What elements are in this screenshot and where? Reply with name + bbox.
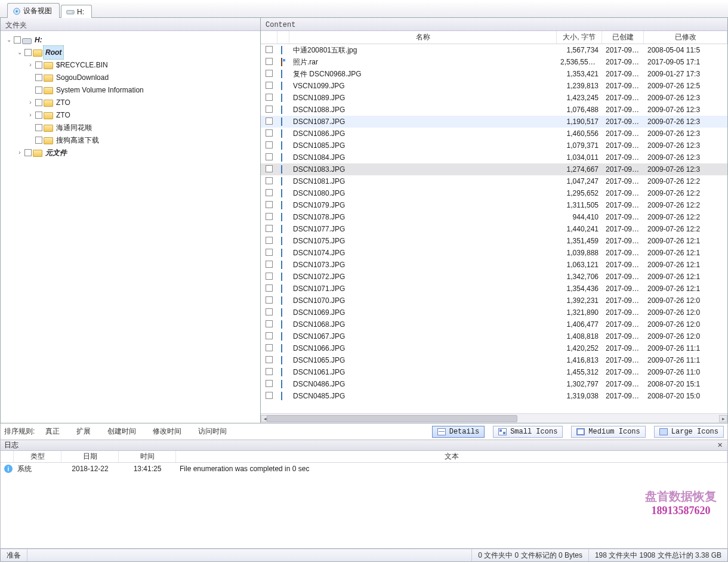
tree-checkbox[interactable] bbox=[24, 149, 32, 156]
row-checkbox[interactable] bbox=[266, 189, 273, 196]
file-row[interactable]: DSCN0486.JPG1,302,7972017-09-...2008-07-… bbox=[261, 378, 727, 390]
col-name[interactable]: 名称 bbox=[289, 31, 557, 44]
row-checkbox[interactable] bbox=[266, 308, 273, 315]
tree-checkbox[interactable] bbox=[35, 137, 42, 144]
view-details-button[interactable]: Details bbox=[432, 426, 485, 438]
file-row[interactable]: DSCN1084.JPG1,034,0112017-09-...2009-07-… bbox=[261, 151, 727, 163]
sort-button[interactable]: 访问时间 bbox=[196, 426, 229, 437]
file-grid-header[interactable]: 名称 大小, 字节 已创建 已修改 bbox=[261, 31, 727, 44]
file-row[interactable]: DSCN1075.JPG1,351,4592017-09-...2009-07-… bbox=[261, 235, 727, 247]
file-row[interactable]: DSCN0485.JPG1,319,0382017-09-...2008-07-… bbox=[261, 390, 727, 402]
tree-root-label[interactable]: Root bbox=[44, 46, 63, 59]
tree-checkbox[interactable] bbox=[35, 124, 42, 131]
row-checkbox[interactable] bbox=[266, 320, 273, 327]
folder-tree[interactable]: ⌄ H: ⌄ Root bbox=[1, 31, 260, 423]
sort-button[interactable]: 真正 bbox=[43, 426, 62, 437]
log-header[interactable]: 类型 日期 时间 文本 bbox=[1, 451, 727, 463]
row-checkbox[interactable] bbox=[266, 141, 273, 149]
file-row[interactable]: DSCN1078.JPG944,4102017-09-...2009-07-26… bbox=[261, 211, 727, 223]
file-row[interactable]: DSCN1074.JPG1,039,8882017-09-...2009-07-… bbox=[261, 247, 727, 259]
file-row[interactable]: DSCN1086.JPG1,460,5562017-09-...2009-07-… bbox=[261, 128, 727, 140]
file-row[interactable]: DSCN1079.JPG1,311,5052017-09-...2009-07-… bbox=[261, 199, 727, 211]
col-size[interactable]: 大小, 字节 bbox=[557, 31, 602, 44]
tree-collapse-icon[interactable]: ⌄ bbox=[16, 47, 23, 58]
tree-item-label[interactable]: SogouDownload bbox=[54, 71, 110, 84]
row-checkbox[interactable] bbox=[266, 177, 273, 184]
row-checkbox[interactable] bbox=[266, 261, 273, 268]
tree-item-label[interactable]: 海通同花顺 bbox=[54, 121, 94, 134]
tree-item-label[interactable]: System Volume Information bbox=[54, 83, 146, 97]
file-row[interactable]: DSCN1083.JPG1,274,6672017-09-...2009-07-… bbox=[261, 163, 727, 175]
log-col-type[interactable]: 类型 bbox=[14, 451, 61, 462]
tree-item-label[interactable]: 搜狗高速下载 bbox=[54, 134, 101, 147]
row-checkbox[interactable] bbox=[266, 237, 273, 244]
file-row[interactable]: 中通200801五联.jpg1,567,7342017-09-...2008-0… bbox=[261, 44, 727, 56]
tree-item-label[interactable]: ZTO bbox=[54, 109, 72, 122]
tree-collapse-icon[interactable]: ⌄ bbox=[5, 34, 13, 46]
tree-expand-icon[interactable]: › bbox=[16, 147, 23, 159]
tree-checkbox[interactable] bbox=[24, 49, 32, 56]
tree-expand-icon[interactable]: › bbox=[27, 97, 34, 109]
file-row[interactable]: DSCN1066.JPG1,420,2522017-09-...2009-07-… bbox=[261, 342, 727, 354]
row-checkbox[interactable] bbox=[266, 82, 273, 89]
file-row[interactable]: DSCN1088.JPG1,076,4882017-09-...2009-07-… bbox=[261, 104, 727, 116]
tree-checkbox[interactable] bbox=[35, 112, 42, 119]
file-row[interactable]: 复件 DSCN0968.JPG1,353,4212017-09-...2009-… bbox=[261, 68, 727, 80]
file-row[interactable]: DSCN1061.JPG1,455,3122017-09-...2009-07-… bbox=[261, 366, 727, 378]
row-checkbox[interactable] bbox=[266, 117, 273, 125]
tree-checkbox[interactable] bbox=[35, 86, 42, 94]
file-row[interactable]: DSCN1069.JPG1,321,8902017-09-...2009-07-… bbox=[261, 307, 727, 318]
sort-button[interactable]: 修改时间 bbox=[150, 426, 184, 437]
row-checkbox[interactable] bbox=[266, 380, 273, 387]
row-checkbox[interactable] bbox=[266, 284, 273, 292]
tree-meta-label[interactable]: 元文件 bbox=[44, 146, 69, 159]
file-grid-body[interactable]: 中通200801五联.jpg1,567,7342017-09-...2008-0… bbox=[261, 44, 727, 413]
scroll-thumb[interactable] bbox=[267, 415, 517, 422]
row-checkbox[interactable] bbox=[266, 392, 273, 399]
file-row[interactable]: DSCN1087.JPG1,190,5172017-09-...2009-07-… bbox=[261, 116, 727, 128]
tree-checkbox[interactable] bbox=[35, 61, 42, 69]
tree-checkbox[interactable] bbox=[35, 99, 42, 106]
file-row[interactable]: DSCN1089.JPG1,423,2452017-09-...2009-07-… bbox=[261, 92, 727, 104]
sort-button[interactable]: 扩展 bbox=[74, 426, 93, 437]
file-row[interactable]: DSCN1072.JPG1,342,7062017-09-...2009-07-… bbox=[261, 271, 727, 283]
row-checkbox[interactable] bbox=[266, 296, 273, 304]
scroll-right-icon[interactable]: ▸ bbox=[719, 415, 727, 422]
row-checkbox[interactable] bbox=[266, 201, 273, 208]
horizontal-scrollbar[interactable]: ◂ ▸ bbox=[261, 413, 727, 423]
row-checkbox[interactable] bbox=[266, 249, 273, 256]
view-small-icons-button[interactable]: Small Icons bbox=[493, 426, 563, 438]
view-large-icons-button[interactable]: Large Icons bbox=[654, 426, 724, 438]
row-checkbox[interactable] bbox=[266, 46, 273, 53]
row-checkbox[interactable] bbox=[266, 94, 273, 101]
tree-expand-icon[interactable]: › bbox=[27, 59, 34, 71]
view-medium-icons-button[interactable]: Medium Icons bbox=[571, 426, 645, 438]
row-checkbox[interactable] bbox=[266, 70, 273, 77]
row-checkbox[interactable] bbox=[266, 58, 273, 65]
row-checkbox[interactable] bbox=[266, 368, 273, 375]
file-row[interactable]: DSCN1065.JPG1,416,8132017-09-...2009-07-… bbox=[261, 354, 727, 366]
log-row[interactable]: i系统2018-12-2213:41:25File enumeration wa… bbox=[1, 463, 727, 475]
row-checkbox[interactable] bbox=[266, 213, 273, 220]
row-checkbox[interactable] bbox=[266, 356, 273, 363]
row-checkbox[interactable] bbox=[266, 225, 273, 232]
log-col-text[interactable]: 文本 bbox=[176, 451, 727, 462]
close-icon[interactable]: ✕ bbox=[715, 441, 724, 450]
row-checkbox[interactable] bbox=[266, 165, 273, 172]
row-checkbox[interactable] bbox=[266, 153, 273, 160]
log-col-date[interactable]: 日期 bbox=[61, 451, 119, 462]
tree-item-label[interactable]: $RECYCLE.BIN bbox=[54, 58, 110, 72]
file-row[interactable]: DSCN1071.JPG1,354,4362017-09-...2009-07-… bbox=[261, 283, 727, 295]
col-created[interactable]: 已创建 bbox=[602, 31, 644, 44]
log-col-time[interactable]: 时间 bbox=[119, 451, 176, 462]
file-row[interactable]: DSCN1073.JPG1,063,1212017-09-...2009-07-… bbox=[261, 259, 727, 271]
tab-device-view[interactable]: 设备视图 bbox=[7, 3, 60, 18]
file-row[interactable]: DSCN1081.JPG1,047,2472017-09-...2009-07-… bbox=[261, 175, 727, 187]
file-row[interactable]: VSCN1099.JPG1,239,8132017-09-...2009-07-… bbox=[261, 80, 727, 92]
file-row[interactable]: DSCN1067.JPG1,408,8182017-09-...2009-07-… bbox=[261, 330, 727, 342]
file-row[interactable]: DSCN1085.JPG1,079,3712017-09-...2009-07-… bbox=[261, 140, 727, 151]
file-row[interactable]: DSCN1080.JPG1,295,6522017-09-...2009-07-… bbox=[261, 187, 727, 199]
tab-drive-h[interactable]: H: bbox=[61, 5, 92, 18]
tree-item-label[interactable]: ZTO bbox=[54, 96, 72, 109]
tree-drive-label[interactable]: H: bbox=[33, 33, 44, 47]
